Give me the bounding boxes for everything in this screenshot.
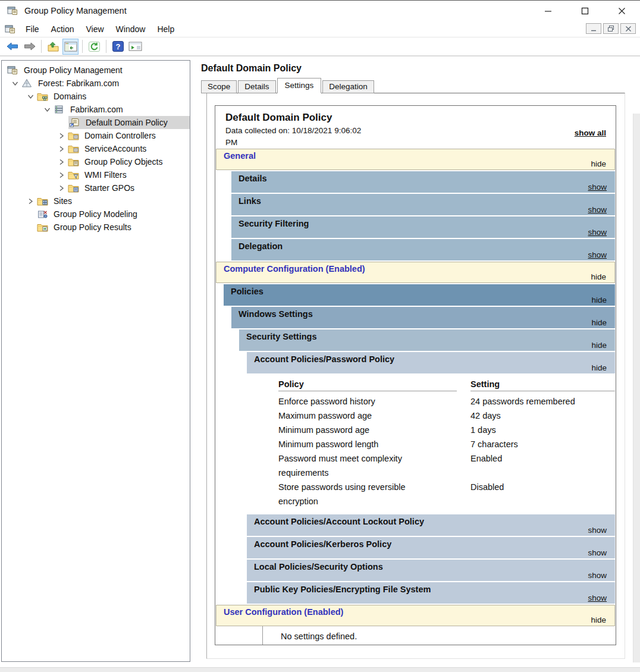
tree-item-group-policy-management[interactable]: Group Policy Management [2, 64, 190, 77]
hide-link[interactable]: hide [591, 159, 606, 168]
hide-link[interactable]: hide [591, 318, 607, 327]
tab-bar: ScopeDetailsSettingsDelegation [201, 77, 627, 93]
section-delegation: Delegationshow [231, 239, 615, 260]
tree-item-sites[interactable]: Sites [2, 194, 190, 208]
close-button[interactable] [603, 1, 640, 21]
hide-link[interactable]: hide [591, 296, 607, 304]
child-window-controls [586, 23, 636, 34]
menu-action[interactable]: Action [45, 23, 80, 36]
action-pane-icon[interactable] [127, 39, 143, 55]
chevron-right-icon[interactable] [55, 131, 67, 140]
setting-cell: 24 passwords remembered [470, 394, 615, 409]
tree-item-label: Group Policy Results [51, 222, 134, 232]
chevron-down-icon[interactable] [24, 92, 36, 101]
chevron-right-icon[interactable] [24, 196, 36, 206]
gpo-folder-icon [67, 157, 79, 167]
child-minimize-button[interactable] [586, 23, 601, 34]
forward-icon[interactable] [21, 39, 37, 55]
menu-view[interactable]: View [80, 23, 109, 36]
show-link[interactable]: show [588, 548, 607, 557]
right-gutter [633, 114, 640, 662]
hide-link[interactable]: hide [591, 616, 606, 624]
tree-item-serviceaccounts[interactable]: ServiceAccounts [2, 142, 190, 155]
section-windows-settings: Windows Settingshide [231, 307, 615, 328]
section-label: User Configuration (Enabled) [217, 605, 614, 617]
section-label: Details [231, 171, 615, 183]
toolbar-separator [106, 40, 106, 53]
chevron-right-icon[interactable] [55, 170, 67, 180]
child-close-button[interactable] [620, 23, 636, 34]
chevron-right-icon[interactable] [55, 183, 67, 193]
section-label: Local Policies/Security Options [247, 560, 615, 571]
tree-item-label: Forest: Fabrikam.com [36, 78, 121, 88]
section-label: Computer Configuration (Enabled) [217, 262, 614, 274]
tab-details[interactable]: Details [238, 80, 275, 93]
show-link[interactable]: show [588, 250, 607, 259]
tree-item-group-policy-modeling[interactable]: Group Policy Modeling [2, 208, 190, 221]
tree-item-group-policy-objects[interactable]: Group Policy Objects [2, 155, 190, 168]
ou-folder-icon [67, 131, 79, 140]
table-header-setting: Setting [470, 378, 615, 391]
menu-help[interactable]: Help [151, 23, 180, 36]
back-icon[interactable] [4, 39, 20, 55]
tree-item-forest-fabrikam-com[interactable]: Forest: Fabrikam.com [2, 77, 190, 90]
section-account-policies-account-lockout-policy: Account Policies/Account Lockout Policys… [247, 514, 615, 536]
show-link[interactable]: show [588, 594, 607, 602]
tree-item-body: Fabrikam.com [53, 103, 190, 116]
tab-delegation[interactable]: Delegation [322, 80, 374, 93]
show-link[interactable]: show [588, 228, 607, 237]
gpmc-menu-icon [4, 24, 16, 34]
hide-link[interactable]: hide [591, 363, 607, 372]
tree-item-default-domain-policy[interactable]: Default Domain Policy [2, 116, 190, 129]
tree-item-label: Group Policy Management [21, 65, 125, 75]
hide-link[interactable]: hide [591, 272, 606, 281]
tree-item-wmi-filters[interactable]: WMI Filters [2, 168, 190, 181]
tab-settings[interactable]: Settings [277, 78, 322, 93]
tree-item-group-policy-results[interactable]: Group Policy Results [2, 221, 190, 234]
show-link[interactable]: show [588, 571, 607, 580]
tree-item-body: Group Policy Management [7, 64, 190, 77]
tree-item-domain-controllers[interactable]: Domain Controllers [2, 129, 190, 142]
section-label: Policies [224, 284, 615, 296]
chevron-right-icon[interactable] [55, 157, 67, 167]
show-link[interactable]: show [588, 526, 607, 535]
chevron-down-icon[interactable] [41, 105, 53, 114]
policy-cell: Password must meet complexity requiremen… [278, 451, 457, 480]
up-folder-icon[interactable] [45, 39, 61, 55]
minimize-button[interactable] [529, 1, 566, 21]
maximize-button[interactable] [566, 1, 603, 21]
help-icon[interactable]: ? [110, 39, 126, 55]
report-header: Default Domain Policy Data collected on:… [215, 106, 616, 147]
section-label: Account Policies/Account Lockout Policy [247, 514, 615, 526]
console-tree-toggle-icon[interactable] [62, 39, 79, 55]
section-label: Account Policies/Password Policy [247, 352, 615, 364]
tree-item-body: Forest: Fabrikam.com [21, 77, 190, 90]
show-all-link[interactable]: show all [575, 128, 606, 137]
menu-window[interactable]: Window [110, 23, 152, 36]
hide-link[interactable]: hide [591, 341, 607, 350]
show-link[interactable]: show [588, 205, 607, 214]
section-account-policies-kerberos-policy: Account Policies/Kerberos Policyshow [247, 537, 615, 558]
results-folder-icon [36, 222, 48, 232]
tree-item-domains[interactable]: Domains [2, 90, 190, 103]
section-label: Account Policies/Kerberos Policy [247, 537, 615, 549]
show-link[interactable]: show [588, 183, 607, 191]
tab-scope[interactable]: Scope [201, 80, 237, 93]
chevron-right-icon[interactable] [55, 144, 67, 153]
no-settings-spacer-cell [216, 626, 263, 645]
section-label: Public Key Policies/Encrypting File Syst… [247, 582, 615, 594]
chevron-down-icon[interactable] [9, 78, 21, 88]
tree-item-fabrikam-com[interactable]: Fabrikam.com [2, 103, 190, 116]
tree-item-body: Group Policy Modeling [36, 208, 190, 221]
refresh-icon[interactable] [86, 39, 102, 55]
console-tree: Group Policy ManagementForest: Fabrikam.… [1, 60, 190, 662]
toolbar-separator [82, 40, 83, 53]
child-restore-button[interactable] [603, 23, 619, 34]
tree-item-starter-gpos[interactable]: Starter GPOs [2, 181, 190, 194]
sites-folder-icon [36, 196, 48, 206]
starter-folder-icon [67, 183, 79, 193]
policy-cell: Minimum password length [278, 437, 457, 451]
menu-file[interactable]: File [20, 23, 45, 36]
section-public-key-policies-encrypting-file-system: Public Key Policies/Encrypting File Syst… [247, 582, 615, 604]
policy-cell: Store passwords using reversible encrypt… [278, 480, 457, 508]
